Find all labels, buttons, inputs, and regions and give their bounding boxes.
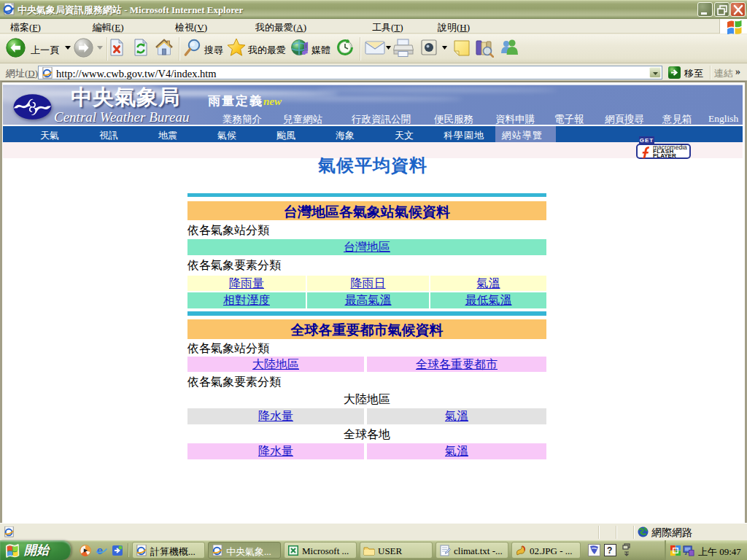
svg-text:e: e — [97, 545, 103, 556]
svg-text:?: ? — [607, 545, 612, 556]
